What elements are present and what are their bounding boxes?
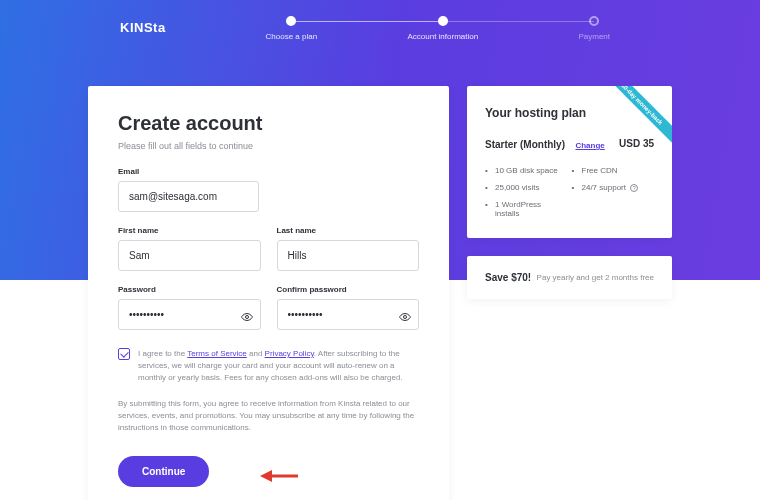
eye-icon[interactable] — [399, 309, 411, 321]
plan-price: USD 35 — [619, 138, 654, 149]
email-field[interactable] — [118, 181, 259, 212]
hosting-plan-card: 30-day money-back Your hosting plan Star… — [467, 86, 672, 238]
save-hint: Pay yearly and get 2 months free — [537, 273, 654, 282]
svg-marker-3 — [260, 470, 272, 482]
privacy-link[interactable]: Privacy Policy — [265, 349, 314, 358]
tos-link[interactable]: Terms of Service — [187, 349, 247, 358]
agree-text: I agree to the Terms of Service and Priv… — [138, 348, 419, 384]
brand-logo: KINSta — [120, 20, 166, 35]
step-payment: Payment — [519, 16, 670, 41]
continue-button[interactable]: Continue — [118, 456, 209, 487]
page-title: Create account — [118, 112, 419, 135]
plan-name: Starter (Monthly) — [485, 139, 565, 150]
feature-support: 24/7 support ? — [572, 183, 655, 192]
svg-point-1 — [404, 316, 407, 319]
first-name-label: First name — [118, 226, 261, 235]
step-account-info: Account information — [367, 16, 518, 41]
change-plan-link[interactable]: Change — [575, 141, 604, 150]
disclosure-text: By submitting this form, you agree to re… — [118, 398, 419, 434]
last-name-label: Last name — [277, 226, 420, 235]
feature-installs: 1 WordPress installs — [485, 200, 568, 218]
email-label: Email — [118, 167, 419, 176]
create-account-panel: Create account Please fill out all field… — [88, 86, 449, 500]
annotation-arrow-icon — [260, 467, 300, 485]
confirm-password-field[interactable] — [277, 299, 420, 330]
progress-steps: Choose a plan Account information Paymen… — [216, 16, 670, 41]
password-label: Password — [118, 285, 261, 294]
eye-icon[interactable] — [241, 309, 253, 321]
info-icon[interactable]: ? — [630, 184, 638, 192]
svg-point-0 — [245, 316, 248, 319]
feature-disk: 10 GB disk space — [485, 166, 568, 175]
feature-visits: 25,000 visits — [485, 183, 568, 192]
save-card[interactable]: Save $70! Pay yearly and get 2 months fr… — [467, 256, 672, 299]
checkmark-icon — [120, 349, 128, 357]
password-field[interactable] — [118, 299, 261, 330]
save-label: Save $70! — [485, 272, 531, 283]
last-name-field[interactable] — [277, 240, 420, 271]
page-subtitle: Please fill out all fields to continue — [118, 141, 419, 151]
plan-heading: Your hosting plan — [485, 106, 654, 120]
agree-checkbox[interactable] — [118, 348, 130, 360]
confirm-password-label: Confirm password — [277, 285, 420, 294]
first-name-field[interactable] — [118, 240, 261, 271]
step-choose-plan: Choose a plan — [216, 16, 367, 41]
feature-cdn: Free CDN — [572, 166, 655, 175]
